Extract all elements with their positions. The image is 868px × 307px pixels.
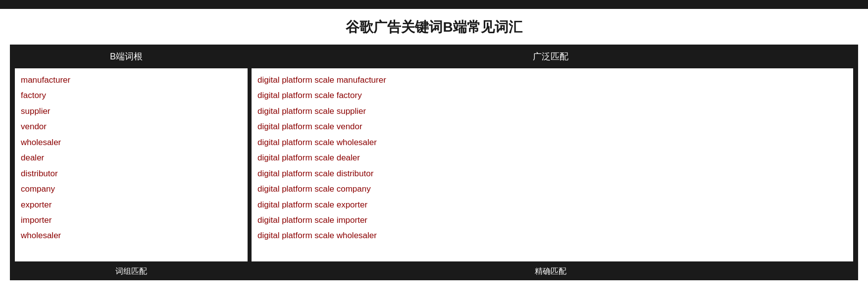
left-list-item: company — [21, 181, 242, 197]
left-list-item: wholesaler — [21, 228, 242, 243]
right-list-item: digital platform scale company — [257, 181, 847, 197]
left-list-item: factory — [21, 88, 242, 103]
top-bar — [0, 0, 868, 9]
left-list-item: vendor — [21, 119, 242, 134]
bottom-left-label: 词组匹配 — [15, 266, 248, 277]
left-list-item: exporter — [21, 197, 242, 212]
right-list-item: digital platform scale manufacturer — [257, 72, 847, 88]
bottom-right-label: 精确匹配 — [248, 266, 853, 277]
header-right: 广泛匹配 — [243, 51, 858, 62]
left-list-panel[interactable]: manufacturerfactorysuppliervendorwholesa… — [15, 68, 248, 261]
content-row: manufacturerfactorysuppliervendorwholesa… — [10, 68, 858, 261]
right-list-item: digital platform scale importer — [257, 212, 847, 228]
left-list-item: wholesaler — [21, 135, 242, 150]
right-list-item: digital platform scale distributor — [257, 166, 847, 181]
left-list-item: supplier — [21, 103, 242, 119]
header-left: B端词根 — [10, 51, 243, 62]
left-list-item: distributor — [21, 166, 242, 181]
left-list-item: manufacturer — [21, 72, 242, 88]
right-list-item: digital platform scale dealer — [257, 150, 847, 165]
right-list-item: digital platform scale factory — [257, 88, 847, 103]
header-row: B端词根 广泛匹配 — [10, 45, 858, 68]
right-list-item: digital platform scale wholesaler — [257, 135, 847, 150]
right-list-item: digital platform scale exporter — [257, 197, 847, 212]
bottom-bar: 词组匹配 精确匹配 — [10, 262, 858, 280]
right-list-item: digital platform scale vendor — [257, 119, 847, 134]
right-list-item: digital platform scale wholesaler — [257, 228, 847, 243]
left-list-item: importer — [21, 212, 242, 228]
page-title: 谷歌广告关键词B端常见词汇 — [0, 9, 868, 45]
left-list-item: dealer — [21, 150, 242, 165]
main-container: B端词根 广泛匹配 manufacturerfactorysupplierven… — [10, 45, 858, 280]
right-list-panel[interactable]: digital platform scale manufacturerdigit… — [252, 68, 853, 261]
right-list-item: digital platform scale supplier — [257, 103, 847, 119]
